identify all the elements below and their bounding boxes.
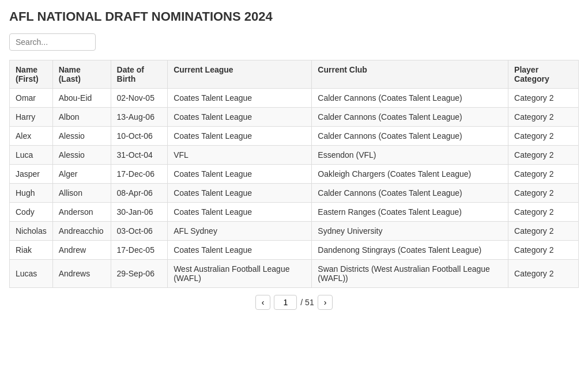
cell-dob: 08-Apr-06 xyxy=(111,184,168,203)
cell-category: Category 2 xyxy=(508,184,579,203)
cell-category: Category 2 xyxy=(508,108,579,127)
cell-league: Coates Talent League xyxy=(168,89,312,108)
cell-first_name: Cody xyxy=(10,203,53,222)
cell-category: Category 2 xyxy=(508,222,579,241)
cell-category: Category 2 xyxy=(508,260,579,288)
cell-category: Category 2 xyxy=(508,241,579,260)
cell-last_name: Alessio xyxy=(52,127,111,146)
cell-league: Coates Talent League xyxy=(168,203,312,222)
table-row: AlexAlessio10-Oct-06Coates Talent League… xyxy=(10,127,579,146)
col-header-first-name: Name(First) xyxy=(10,60,53,89)
cell-first_name: Hugh xyxy=(10,184,53,203)
cell-category: Category 2 xyxy=(508,89,579,108)
cell-club: Calder Cannons (Coates Talent League) xyxy=(312,108,508,127)
cell-last_name: Allison xyxy=(52,184,111,203)
table-row: JasperAlger17-Dec-06Coates Talent League… xyxy=(10,165,579,184)
cell-club: Dandenong Stingrays (Coates Talent Leagu… xyxy=(312,241,508,260)
cell-category: Category 2 xyxy=(508,127,579,146)
cell-league: AFL Sydney xyxy=(168,222,312,241)
search-input[interactable] xyxy=(9,33,96,51)
page-total: / 51 xyxy=(300,298,314,307)
table-header-row: Name(First) Name (Last) Date of Birth Cu… xyxy=(10,60,579,89)
cell-league: West Australian Football League (WAFL) xyxy=(168,260,312,288)
cell-category: Category 2 xyxy=(508,203,579,222)
cell-dob: 17-Dec-05 xyxy=(111,241,168,260)
table-row: RiakAndrew17-Dec-05Coates Talent LeagueD… xyxy=(10,241,579,260)
cell-category: Category 2 xyxy=(508,146,579,165)
page-title: AFL NATIONAL DRAFT NOMINATIONS 2024 xyxy=(9,9,579,24)
cell-last_name: Alessio xyxy=(52,146,111,165)
cell-dob: 02-Nov-05 xyxy=(111,89,168,108)
cell-club: Oakleigh Chargers (Coates Talent League) xyxy=(312,165,508,184)
cell-club: Calder Cannons (Coates Talent League) xyxy=(312,184,508,203)
cell-last_name: Andrew xyxy=(52,241,111,260)
cell-dob: 30-Jan-06 xyxy=(111,203,168,222)
cell-first_name: Luca xyxy=(10,146,53,165)
table-row: HarryAlbon13-Aug-06Coates Talent LeagueC… xyxy=(10,108,579,127)
col-header-last-name: Name (Last) xyxy=(52,60,111,89)
table-row: CodyAnderson30-Jan-06Coates Talent Leagu… xyxy=(10,203,579,222)
cell-first_name: Alex xyxy=(10,127,53,146)
cell-league: Coates Talent League xyxy=(168,165,312,184)
cell-last_name: Albon xyxy=(52,108,111,127)
cell-club: Calder Cannons (Coates Talent League) xyxy=(312,127,508,146)
cell-dob: 31-Oct-04 xyxy=(111,146,168,165)
cell-first_name: Omar xyxy=(10,89,53,108)
cell-club: Calder Cannons (Coates Talent League) xyxy=(312,89,508,108)
cell-last_name: Andrews xyxy=(52,260,111,288)
cell-dob: 13-Aug-06 xyxy=(111,108,168,127)
col-header-club: Current Club xyxy=(312,60,508,89)
table-row: NicholasAndreacchio03-Oct-06AFL SydneySy… xyxy=(10,222,579,241)
cell-league: Coates Talent League xyxy=(168,108,312,127)
cell-league: Coates Talent League xyxy=(168,184,312,203)
table-row: HughAllison08-Apr-06Coates Talent League… xyxy=(10,184,579,203)
cell-first_name: Lucas xyxy=(10,260,53,288)
cell-club: Swan Districts (West Australian Football… xyxy=(312,260,508,288)
col-header-dob: Date of Birth xyxy=(111,60,168,89)
cell-last_name: Anderson xyxy=(52,203,111,222)
cell-category: Category 2 xyxy=(508,165,579,184)
cell-club: Essendon (VFL) xyxy=(312,146,508,165)
cell-dob: 29-Sep-06 xyxy=(111,260,168,288)
col-header-category: Player Category xyxy=(508,60,579,89)
cell-club: Sydney University xyxy=(312,222,508,241)
cell-dob: 10-Oct-06 xyxy=(111,127,168,146)
table-row: OmarAbou-Eid02-Nov-05Coates Talent Leagu… xyxy=(10,89,579,108)
cell-league: VFL xyxy=(168,146,312,165)
cell-league: Coates Talent League xyxy=(168,127,312,146)
cell-club: Eastern Ranges (Coates Talent League) xyxy=(312,203,508,222)
cell-last_name: Alger xyxy=(52,165,111,184)
cell-first_name: Riak xyxy=(10,241,53,260)
cell-last_name: Andreacchio xyxy=(52,222,111,241)
cell-first_name: Jasper xyxy=(10,165,53,184)
cell-first_name: Nicholas xyxy=(10,222,53,241)
cell-dob: 03-Oct-06 xyxy=(111,222,168,241)
prev-button[interactable]: ‹ xyxy=(255,295,271,310)
cell-first_name: Harry xyxy=(10,108,53,127)
col-header-league: Current League xyxy=(168,60,312,89)
table-row: LucaAlessio31-Oct-04VFLEssendon (VFL)Cat… xyxy=(10,146,579,165)
page-input[interactable] xyxy=(274,295,297,310)
cell-league: Coates Talent League xyxy=(168,241,312,260)
table-row: LucasAndrews29-Sep-06West Australian Foo… xyxy=(10,260,579,288)
cell-last_name: Abou-Eid xyxy=(52,89,111,108)
next-button[interactable]: › xyxy=(318,295,333,310)
data-table: Name(First) Name (Last) Date of Birth Cu… xyxy=(9,60,579,288)
cell-dob: 17-Dec-06 xyxy=(111,165,168,184)
pagination-container: ‹ / 51 › xyxy=(9,295,579,310)
